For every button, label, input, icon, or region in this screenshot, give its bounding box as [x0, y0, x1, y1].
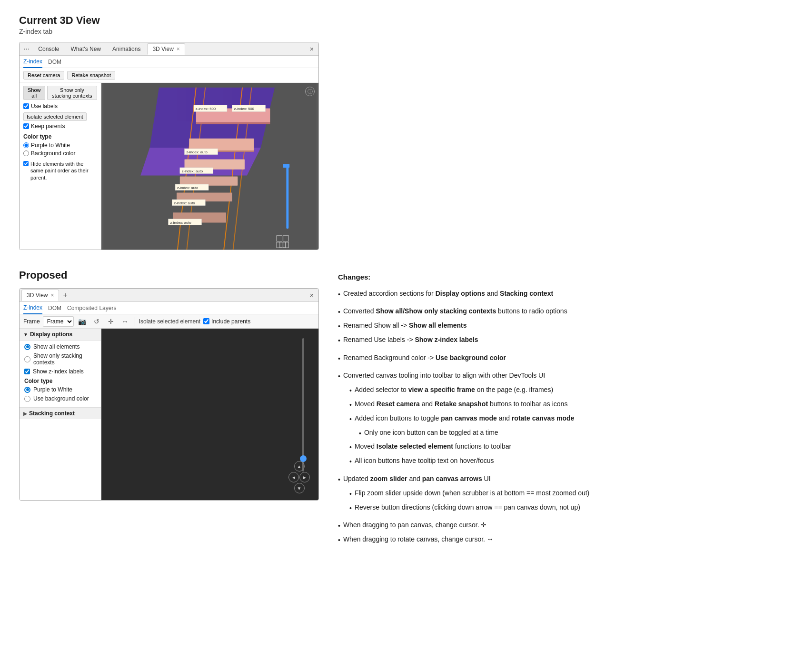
tab-animations-label: Animations — [112, 46, 140, 52]
info-icon[interactable]: ⓘ — [305, 87, 315, 96]
tab-dom[interactable]: DOM — [48, 56, 61, 68]
zoom-slider-track — [302, 338, 304, 471]
tab-3d-view[interactable]: 3D View × — [147, 43, 185, 55]
bullet-6b: • — [349, 400, 352, 411]
proposed-tab-composited-label: Composited Layers — [67, 305, 116, 311]
pan-up-button[interactable]: ▲ — [294, 461, 305, 471]
scene-svg: z-index: 500 z-index: 500 z-index: auto … — [101, 83, 318, 250]
proposed-purple-to-white-row[interactable]: Purple to White — [24, 386, 96, 393]
current-viewport: z-index: 500 z-index: 500 z-index: auto … — [101, 83, 318, 250]
change-item-6c: • Added icon buttons to toggle pan canva… — [349, 413, 785, 425]
reset-camera-button[interactable]: Reset camera — [23, 71, 64, 80]
show-z-index-row[interactable]: Show z-index labels — [24, 368, 96, 375]
bullet-6: • — [338, 371, 340, 382]
color-type-label: Color type — [23, 133, 97, 140]
change-text-1: Created accordion sections for Display o… — [343, 288, 553, 301]
change-item-6a: • Added selector to view a specific fram… — [349, 384, 785, 397]
tab-animations[interactable]: Animations — [108, 43, 145, 55]
hide-elements-checkbox[interactable] — [23, 161, 29, 166]
tab-dots[interactable]: ··· — [21, 45, 31, 53]
pan-right-button[interactable]: ► — [299, 472, 310, 482]
change-item-8: • When dragging to pan canvas, change cu… — [338, 520, 785, 532]
stacking-context-accordion-header[interactable]: ▶ Stacking context — [20, 408, 101, 419]
current-title: Current 3D View — [19, 14, 785, 27]
change-item-6: • Converted canvas tooling into toolbar … — [338, 370, 785, 382]
change-item-7: • Updated zoom slider and pan canvas arr… — [338, 473, 785, 486]
background-color-radio-row[interactable]: Background color — [23, 150, 97, 157]
change-item-2: • Converted Show all/Show only stacking … — [338, 306, 785, 318]
proposed-section: Proposed 3D View × + × Z-index DOM — [19, 269, 785, 548]
svg-rect-30 — [283, 164, 290, 168]
svg-text:z-index: auto: z-index: auto — [186, 150, 207, 154]
toolbar-include-parents-checkbox[interactable]: Include parents — [203, 318, 250, 325]
proposed-tab-3dview[interactable]: 3D View × — [21, 290, 59, 301]
hide-elements-label: Hide elements with the same paint order … — [30, 160, 97, 181]
proposed-tab-add-icon[interactable]: + — [61, 291, 69, 300]
changes-panel: Changes: • Created accordion sections fo… — [338, 269, 785, 548]
purple-to-white-radio[interactable] — [23, 142, 29, 148]
isolate-selected-button[interactable]: Isolate selected element — [23, 112, 87, 121]
change-item-1: • Created accordion sections for Display… — [338, 288, 785, 301]
tab-zindex[interactable]: Z-index — [23, 56, 42, 68]
keep-parents-label: Keep parents — [31, 123, 65, 130]
pan-arrows: ▲ ◄ ► ▼ — [288, 461, 310, 493]
show-z-index-checkbox[interactable] — [24, 369, 30, 374]
keep-parents-checkbox-row[interactable]: Keep parents — [23, 123, 97, 130]
change-text-7: Updated zoom slider and pan canvas arrow… — [343, 473, 491, 486]
proposed-tab-close-icon[interactable]: × — [50, 292, 54, 299]
use-labels-checkbox[interactable] — [23, 103, 29, 109]
proposed-tab-composited[interactable]: Composited Layers — [67, 302, 116, 314]
proposed-tab-dom-label: DOM — [48, 305, 61, 311]
proposed-body: ▼ Display options Show all elements — [20, 329, 318, 500]
proposed-use-bg-color-row[interactable]: Use background color — [24, 395, 96, 402]
hide-elements-checkbox-row[interactable]: Hide elements with the same paint order … — [23, 160, 97, 181]
show-all-button[interactable]: Show all — [23, 86, 45, 100]
pan-down-button[interactable]: ▼ — [294, 483, 305, 493]
toolbar-pan-icon[interactable]: ✛ — [105, 316, 117, 327]
bullet-7: • — [338, 474, 340, 486]
show-only-stacking-row[interactable]: Show only stacking contexts — [24, 352, 96, 366]
toolbar-frame-select[interactable]: Frame — [43, 316, 74, 327]
use-labels-checkbox-row[interactable]: Use labels — [23, 103, 97, 110]
proposed-tab-dom[interactable]: DOM — [48, 302, 61, 314]
proposed-bg-radio-circle — [24, 396, 30, 402]
change-item-4: • Renamed Use labels -> Show z-index lab… — [338, 334, 785, 347]
proposed-devtools-inner: Z-index DOM Composited Layers Frame Fram… — [20, 302, 318, 500]
current-devtools-body: Z-index DOM Reset camera Retake snapshot… — [20, 56, 318, 250]
tab-console[interactable]: Console — [33, 43, 64, 55]
change-text-9: When dragging to rotate canvas, change c… — [343, 534, 494, 546]
tab-3d-close-icon[interactable]: × — [177, 46, 180, 52]
purple-to-white-label: Purple to White — [31, 142, 70, 149]
change-text-6d: Moved Isolate selected element functions… — [355, 441, 511, 453]
show-all-elements-row[interactable]: Show all elements — [24, 343, 96, 350]
window-close-icon[interactable]: × — [307, 45, 317, 53]
bullet-6c: • — [349, 414, 352, 425]
proposed-left: Proposed 3D View × + × Z-index DOM — [19, 269, 319, 548]
toolbar-refresh-icon[interactable]: ↺ — [91, 316, 102, 327]
change-item-6e: • All icon buttons have tooltip text on … — [349, 455, 785, 468]
display-options-accordion-header[interactable]: ▼ Display options — [20, 329, 101, 341]
tab-whats-new[interactable]: What's New — [66, 43, 106, 55]
devtools-body: Show all Show only stacking contexts Use… — [20, 83, 318, 250]
background-color-radio[interactable] — [23, 150, 29, 156]
bullet-6e: • — [349, 456, 352, 468]
retake-snapshot-button[interactable]: Retake snapshot — [67, 71, 115, 80]
keep-parents-checkbox[interactable] — [23, 123, 29, 129]
stacking-context-label: Stacking context — [29, 410, 75, 417]
pan-left-button[interactable]: ◄ — [288, 472, 299, 482]
toolbar-isolate-label[interactable]: Isolate selected element — [139, 318, 200, 325]
toolbar-camera-icon[interactable]: 📷 — [77, 316, 88, 327]
include-parents-input[interactable] — [203, 318, 209, 324]
toolbar-rotate-icon[interactable]: ↔ — [119, 316, 131, 327]
proposed-tab-zindex[interactable]: Z-index — [23, 302, 42, 314]
change-item-7b: • Reverse button directions (clicking do… — [349, 502, 785, 514]
display-options-label: Display options — [30, 331, 72, 338]
display-options-content: Show all elements Show only stacking con… — [20, 341, 101, 408]
proposed-window-close-icon[interactable]: × — [307, 291, 317, 299]
proposed-sidebar: ▼ Display options Show all elements — [20, 329, 101, 500]
show-only-stacking-button[interactable]: Show only stacking contexts — [47, 86, 97, 100]
proposed-tab-bar: 3D View × + × — [20, 289, 318, 302]
bullet-5: • — [338, 353, 340, 365]
purple-to-white-radio-row[interactable]: Purple to White — [23, 142, 97, 149]
current-subtitle: Z-index tab — [19, 28, 785, 35]
